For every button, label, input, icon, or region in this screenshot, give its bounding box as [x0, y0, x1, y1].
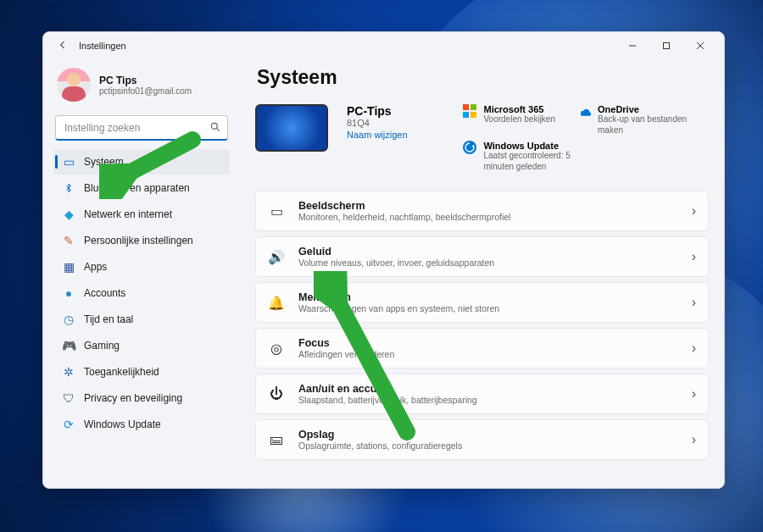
svg-rect-1 [664, 43, 670, 49]
onedrive-icon [577, 104, 591, 118]
settings-window: Instellingen PC Tips pctipsinfo01@gmail.… [42, 31, 725, 489]
update-icon: ⟳ [62, 418, 75, 431]
sidebar-item-label: Windows Update [84, 418, 161, 430]
maximize-button[interactable] [649, 32, 683, 59]
sound-icon: 🔊 [268, 249, 285, 265]
focus-icon: ◎ [268, 341, 285, 357]
bell-icon: 🔔 [268, 295, 285, 311]
monitor-icon: ▭ [62, 155, 75, 169]
chevron-right-icon: › [692, 203, 696, 219]
shield-icon: 🛡 [62, 391, 75, 405]
card-onedrive[interactable]: OneDriveBack-up van bestanden maken [577, 104, 709, 136]
sidebar-item-label: Bluetooth en apparaten [84, 182, 190, 194]
chevron-right-icon: › [692, 295, 696, 310]
page-title: Systeem [257, 66, 724, 89]
svg-rect-9 [471, 112, 476, 118]
sidebar-item-label: Netwerk en internet [84, 208, 172, 220]
sidebar-item-accessibility[interactable]: ✲ Toegankelijkheid [53, 359, 230, 385]
search-icon [209, 121, 221, 136]
sidebar-item-label: Tijd en taal [84, 313, 133, 325]
chevron-right-icon: › [692, 432, 696, 447]
sidebar-item-label: Apps [84, 261, 107, 273]
svg-rect-7 [471, 104, 476, 110]
tile-power[interactable]: ⏻ Aan/uit en accuSlaapstand, batterijver… [255, 374, 709, 414]
sidebar-item-label: Toegankelijkheid [84, 366, 159, 378]
profile-name: PC Tips [99, 75, 192, 86]
close-button[interactable] [683, 32, 717, 59]
tile-notifications[interactable]: 🔔 MeldingenWaarschuwingen van apps en sy… [255, 282, 709, 323]
search-box[interactable] [55, 115, 228, 141]
profile-block[interactable]: PC Tips pctipsinfo01@gmail.com [53, 64, 230, 114]
minimize-button[interactable] [615, 32, 649, 59]
update-circle-icon [463, 141, 476, 154]
sidebar-item-label: Systeem [84, 156, 124, 168]
sidebar-item-label: Privacy en beveiliging [84, 392, 182, 404]
nav-list: ▭ Systeem Bluetooth en apparaten ◆ Netwe… [53, 149, 230, 437]
titlebar: Instellingen [43, 32, 724, 59]
avatar [57, 68, 91, 102]
wifi-icon: ◆ [62, 208, 75, 221]
system-info-row: PC-Tips 81Q4 Naam wijzigen Microsoft 365… [255, 104, 724, 172]
chevron-right-icon: › [692, 341, 696, 356]
card-windows-update[interactable]: Windows UpdateLaatst gecontroleerd: 5 mi… [463, 141, 594, 172]
card-m365[interactable]: Microsoft 365Voordelen bekijken [463, 104, 555, 136]
brush-icon: ✎ [62, 234, 75, 247]
rename-pc-link[interactable]: Naam wijzigen [347, 130, 408, 140]
sidebar-item-bluetooth[interactable]: Bluetooth en apparaten [53, 175, 230, 201]
tile-storage[interactable]: 🖴 OpslagOpslagruimte, stations, configur… [255, 419, 709, 460]
tile-display[interactable]: ▭ BeeldschermMonitoren, helderheid, nach… [255, 191, 709, 231]
apps-icon: ▦ [62, 260, 75, 274]
gamepad-icon: 🎮 [62, 339, 75, 352]
display-icon: ▭ [268, 203, 285, 219]
profile-email: pctipsinfo01@gmail.com [99, 86, 192, 96]
sidebar: PC Tips pctipsinfo01@gmail.com ▭ Systeem [43, 59, 238, 488]
sidebar-item-accounts[interactable]: ● Accounts [53, 280, 230, 306]
storage-icon: 🖴 [268, 432, 285, 447]
person-icon: ● [62, 286, 75, 300]
sidebar-item-privacy[interactable]: 🛡 Privacy en beveiliging [53, 385, 230, 411]
sidebar-item-time[interactable]: ◷ Tijd en taal [53, 307, 230, 332]
tiles-scroll[interactable]: ▭ BeeldschermMonitoren, helderheid, nach… [255, 191, 724, 488]
pc-name: PC-Tips [347, 104, 408, 118]
clock-icon: ◷ [62, 313, 75, 326]
tile-focus[interactable]: ◎ FocusAfleidingen verminderen › [255, 328, 709, 369]
sidebar-item-gaming[interactable]: 🎮 Gaming [53, 333, 230, 358]
chevron-right-icon: › [692, 249, 696, 264]
search-input[interactable] [55, 115, 228, 141]
svg-rect-8 [463, 112, 469, 118]
sidebar-item-update[interactable]: ⟳ Windows Update [53, 412, 230, 437]
power-icon: ⏻ [268, 386, 285, 402]
sidebar-item-label: Persoonlijke instellingen [84, 235, 193, 247]
pc-model: 81Q4 [347, 118, 408, 128]
accessibility-icon: ✲ [62, 365, 75, 379]
main-pane: Systeem PC-Tips 81Q4 Naam wijzigen Micro… [238, 59, 724, 488]
sidebar-item-label: Accounts [84, 287, 125, 299]
tile-sound[interactable]: 🔊 GeluidVolume niveaus, uitvoer, invoer,… [255, 236, 709, 277]
svg-rect-6 [463, 104, 469, 110]
svg-line-5 [216, 128, 219, 130]
sidebar-item-label: Gaming [84, 340, 120, 352]
bluetooth-icon [62, 181, 75, 195]
pc-thumbnail [255, 104, 328, 152]
svg-point-4 [211, 123, 217, 129]
chevron-right-icon: › [692, 386, 696, 402]
back-button[interactable] [55, 39, 70, 53]
sidebar-item-personal[interactable]: ✎ Persoonlijke instellingen [53, 228, 230, 253]
sidebar-item-system[interactable]: ▭ Systeem [53, 149, 230, 175]
sidebar-item-network[interactable]: ◆ Netwerk en internet [53, 202, 230, 227]
m365-icon [463, 104, 476, 118]
sidebar-item-apps[interactable]: ▦ Apps [53, 254, 230, 280]
window-title: Instellingen [79, 41, 126, 51]
